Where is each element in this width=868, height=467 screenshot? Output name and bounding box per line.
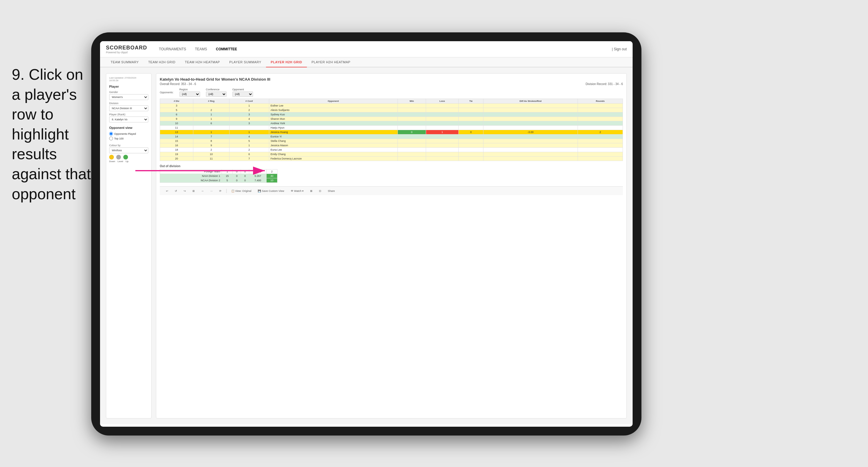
conference-select[interactable]: (All)	[206, 92, 226, 97]
table-row[interactable]: 20117 Federica Domecq Lacroze	[160, 157, 623, 161]
colour-dots	[109, 155, 148, 159]
grid-record: Overall Record: 353 - 34 - 6 Division Re…	[160, 83, 623, 86]
nav-teams[interactable]: TEAMS	[195, 46, 207, 52]
tab-player-h2h-heatmap[interactable]: PLAYER H2H HEATMAP	[307, 57, 355, 67]
colour-by-select[interactable]: Win/loss	[109, 148, 148, 153]
table-row[interactable]: 1063 Andrea York	[160, 121, 623, 126]
out-of-division-title: Out of division	[160, 164, 623, 168]
tablet-shell: SCOREBOARD Powered by clippd TOURNAMENTS…	[91, 32, 642, 436]
layout-button[interactable]: ⊠	[308, 189, 314, 193]
grid-area: Katelyn Vo Head-to-Head Grid for Women's…	[156, 73, 627, 418]
dots-button[interactable]: ···	[209, 189, 215, 193]
col-reg: # Reg	[193, 99, 229, 103]
nav-tournaments[interactable]: TOURNAMENTS	[159, 46, 186, 52]
sidebar-timestamp: Last Updated: 27/03/202416:55:28	[109, 76, 148, 82]
colour-dot-down	[109, 155, 114, 159]
col-diff: Diff Av Strokes/Rnd	[484, 99, 578, 103]
share-button[interactable]: Share	[326, 189, 337, 193]
logo-sub: Powered by clippd	[106, 51, 147, 54]
main-content: Last Updated: 27/03/202416:55:28 Player …	[100, 67, 632, 424]
sub-nav: TEAM SUMMARY TEAM H2H GRID TEAM H2H HEAT…	[100, 57, 632, 67]
opponent-view-title: Opponent view	[109, 126, 148, 129]
opponent-select[interactable]: (All)	[232, 92, 253, 97]
save-custom-view-button[interactable]: 💾 Save Custom View	[256, 189, 286, 193]
table-row[interactable]: 1691 Jessica Mason	[160, 143, 623, 148]
gender-label: Gender	[109, 91, 148, 94]
sidebar-player-section: Player	[109, 85, 148, 88]
forward-button[interactable]: ↪	[182, 189, 188, 193]
colour-section: Colour by Win/loss Down Level Up	[109, 144, 148, 163]
radio-opponents-played[interactable]: Opponents Played	[109, 132, 148, 136]
opponent-filter: Opponent (All)	[232, 88, 253, 97]
logo-area: SCOREBOARD Powered by clippd	[106, 45, 147, 54]
table-row[interactable]: Foreign Team 1 0 0 4.500 2	[160, 169, 277, 174]
col-tie: Tie	[459, 99, 484, 103]
opponent-view: Opponent view Opponents Played Top 100	[109, 126, 148, 141]
expand-button[interactable]: ↔	[199, 189, 206, 193]
table-row[interactable]: 522 Alexis Sudijanto	[160, 108, 623, 113]
division-select[interactable]: NCAA Division III	[109, 105, 148, 111]
tab-player-summary[interactable]: PLAYER SUMMARY	[224, 57, 266, 67]
region-filter: Region (All)	[180, 88, 200, 97]
col-div: # Div	[160, 99, 193, 103]
grid-title: Katelyn Vo Head-to-Head Grid for Women's…	[160, 77, 623, 82]
colour-dot-level	[116, 155, 121, 159]
division-label: Division	[109, 102, 148, 105]
table-row[interactable]: NCAA Division 2 5 0 0 7.400 10	[160, 178, 277, 183]
table-row[interactable]: 613 Sydney Kuo	[160, 113, 623, 117]
col-win: Win	[398, 99, 426, 103]
tab-team-summary[interactable]: TEAM SUMMARY	[106, 57, 144, 67]
grid-button[interactable]: ⊞	[191, 189, 196, 193]
undo-button[interactable]: ↩	[164, 189, 170, 193]
nav-committee[interactable]: COMMITTEE	[216, 46, 237, 52]
table-row[interactable]: 1585 Stella Chang	[160, 139, 623, 143]
out-of-division: Out of division Foreign Team 1 0 0 4.500…	[160, 164, 623, 183]
opponents-label: Opponents:	[160, 91, 174, 94]
table-row[interactable]: 19106 Emily Chang	[160, 152, 623, 157]
colour-by-label: Colour by	[109, 144, 148, 147]
logo-text: SCOREBOARD	[106, 45, 147, 51]
out-of-division-table: Foreign Team 1 0 0 4.500 2 NAIA Division…	[160, 169, 277, 183]
col-rounds: Rounds	[578, 99, 623, 103]
instruction-text: 9. Click on a player's row to highlight …	[12, 65, 94, 204]
fullscreen-button[interactable]: ⊡	[317, 189, 323, 193]
tablet-screen: SCOREBOARD Powered by clippd TOURNAMENTS…	[100, 41, 632, 427]
view-original-button[interactable]: 📋 View: Original	[229, 189, 253, 193]
watch-button[interactable]: 👁 Watch ▾	[289, 189, 305, 193]
overall-record: Overall Record: 353 - 34 - 6	[160, 83, 196, 86]
nav-links: TOURNAMENTS TEAMS COMMITTEE	[159, 46, 612, 52]
col-loss: Loss	[426, 99, 458, 103]
table-row-highlighted[interactable]: 1311 Jessica Huang 0 1 0 -3.00 2	[160, 130, 623, 134]
table-row[interactable]: 914 Sharon Mun	[160, 117, 623, 121]
bottom-toolbar: ↩ ↺ ↪ ⊞ ↔ ··· ⟳ 📋 View: Original 💾 Save …	[160, 186, 623, 195]
main-table: # Div # Reg # Conf Opponent Win Loss Tie…	[160, 99, 623, 161]
table-row[interactable]: 11 Haeju Hyun	[160, 126, 623, 130]
table-row[interactable]: 31 Esther Lee	[160, 103, 623, 108]
player-rank-select[interactable]: 8. Katelyn Vo	[109, 117, 148, 122]
redo-button[interactable]: ↺	[173, 189, 179, 193]
top-nav: SCOREBOARD Powered by clippd TOURNAMENTS…	[100, 41, 632, 57]
conference-filter: Conference (All)	[206, 88, 226, 97]
colour-dot-up	[123, 155, 128, 159]
table-row[interactable]: NAIA Division 1 15 0 0 9.267 30	[160, 174, 277, 178]
gender-select[interactable]: Women's	[109, 94, 148, 100]
col-opponent: Opponent	[269, 99, 398, 103]
tab-team-h2h-heatmap[interactable]: TEAM H2H HEATMAP	[180, 57, 224, 67]
region-select[interactable]: (All)	[180, 92, 200, 97]
tab-team-h2h-grid[interactable]: TEAM H2H GRID	[144, 57, 180, 67]
table-row[interactable]: 1822 Euna Lee	[160, 148, 623, 152]
refresh-button[interactable]: ⟳	[217, 189, 223, 193]
col-conf: # Conf	[229, 99, 269, 103]
filter-row: Opponents: Region (All) Conference (All)…	[160, 88, 623, 97]
table-row[interactable]: 1474 Eunice Yi	[160, 134, 623, 139]
division-record: Division Record: 331 - 34 - 6	[586, 83, 623, 86]
colour-labels: Down Level Up	[109, 160, 148, 163]
radio-top100[interactable]: Top 100	[109, 136, 148, 141]
sidebar: Last Updated: 27/03/202416:55:28 Player …	[106, 73, 152, 418]
sign-out-button[interactable]: | Sign out	[612, 47, 627, 51]
tab-player-h2h-grid[interactable]: PLAYER H2H GRID	[266, 57, 307, 67]
player-rank-label: Player (Rank)	[109, 113, 148, 116]
